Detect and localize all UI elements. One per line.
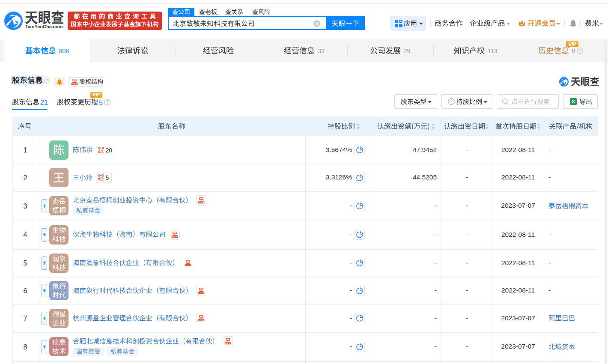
svg-text:?: ? [450,99,453,104]
svg-text:?: ? [579,48,581,53]
svg-text:VIP: VIP [569,42,576,47]
svg-text:?: ? [45,78,48,83]
svg-text:VIP: VIP [92,92,100,97]
svg-text:?: ? [106,100,109,104]
